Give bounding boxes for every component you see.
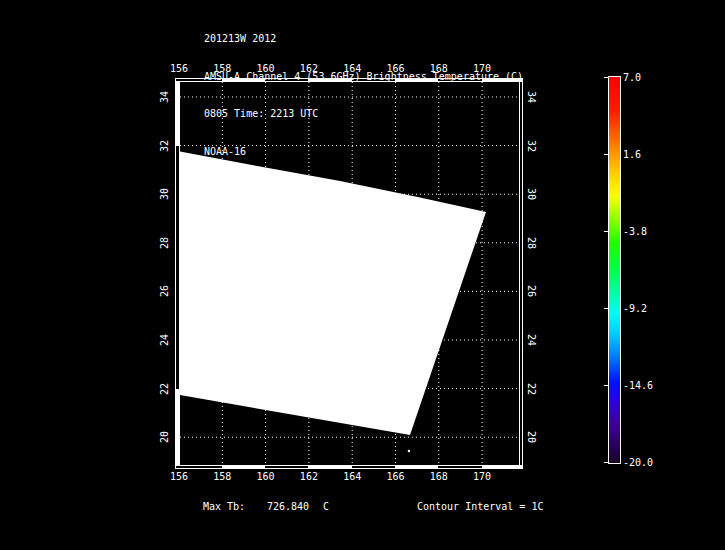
x-tick-label: 158 [213,63,231,74]
y-tick-label: 20 [526,431,537,443]
colorbar [608,76,621,464]
x-tick-label: 156 [170,63,188,74]
colorbar-tick-label: 1.6 [623,149,641,160]
x-tick-label: 162 [300,471,318,482]
colorbar-tick [604,77,608,78]
colorbar-tick [604,308,608,309]
neatline-segment [395,465,438,469]
y-tick-label: 26 [159,285,170,297]
y-tick-label: 22 [159,383,170,395]
colorbar-tick [604,154,608,155]
colorbar-tick-label: -14.6 [623,380,653,391]
x-tick-label: 160 [257,471,275,482]
x-tick-label: 164 [343,471,361,482]
colorbar-tick-label: 7.0 [623,72,641,83]
y-tick-label: 28 [159,237,170,249]
max-tb-value: 726.840 [267,501,309,512]
y-tick-label: 30 [159,188,170,200]
colorbar-tick [604,462,608,463]
isolated-data-point [408,450,410,452]
y-tick-label: 24 [526,334,537,346]
y-tick-label: 20 [159,431,170,443]
x-tick-label: 164 [343,63,361,74]
colorbar-gradient [609,77,620,463]
y-tick-label: 30 [526,188,537,200]
colorbar-tick [604,385,608,386]
y-tick-label: 28 [526,237,537,249]
y-tick-label: 22 [526,383,537,395]
colorbar-tick-label: -9.2 [623,303,647,314]
neatline-segment [482,465,523,469]
x-tick-label: 170 [473,63,491,74]
x-tick-label: 162 [300,63,318,74]
x-tick-label: 156 [170,471,188,482]
colorbar-tick-label: -20.0 [623,457,653,468]
map-plot-area [180,82,519,465]
y-tick-label: 32 [526,140,537,152]
plot-screen: 201213W 2012 AMSU-A Channel 4 (53.6GHz) … [0,0,725,550]
neatline-segment [308,465,352,469]
y-tick-label: 24 [159,334,170,346]
x-tick-label: 160 [257,63,275,74]
y-tick-label: 32 [159,140,170,152]
y-tick-label: 26 [526,285,537,297]
max-tb-unit: C [323,501,329,512]
neatline-segment [222,465,265,469]
y-tick-label: 34 [159,91,170,103]
y-tick-label: 34 [526,91,537,103]
x-tick-label: 166 [386,63,404,74]
colorbar-tick [604,231,608,232]
storm-id: 201213W 2012 [204,33,523,46]
footer-annotations: Max Tb: 726.840 C Contour Interval = 1C [0,501,725,515]
x-tick-label: 166 [386,471,404,482]
contour-interval-text: Contour Interval = 1C [417,501,543,512]
x-tick-label: 168 [430,471,448,482]
x-tick-label: 170 [473,471,491,482]
x-tick-label: 158 [213,471,231,482]
colorbar-tick-label: -3.8 [623,226,647,237]
max-tb-label: Max Tb: [203,501,245,512]
x-tick-label: 168 [430,63,448,74]
